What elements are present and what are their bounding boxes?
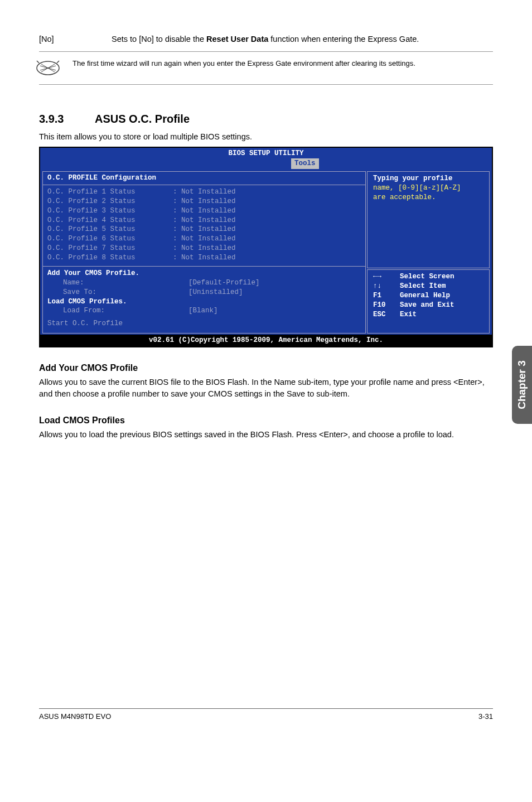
profile-label: O.C. Profile 3 Status — [47, 206, 173, 216]
profile-row: O.C. Profile 6 Status: Not Installed — [47, 234, 361, 244]
help-header: Typing your profile — [373, 174, 485, 183]
info-box: The first time wizard will run again whe… — [39, 51, 493, 85]
load-value: [Blank] — [188, 306, 218, 316]
key-row: ←→Select Screen — [373, 272, 485, 282]
profile-label: O.C. Profile 4 Status — [47, 216, 173, 225]
help-line: name, [0-9][a-z][A-Z] — [373, 183, 485, 193]
chapter-tab-label: Chapter 3 — [516, 360, 528, 409]
key-d: General Help — [400, 291, 450, 301]
profile-label: O.C. Profile 8 Status — [47, 253, 173, 263]
profile-label: O.C. Profile 6 Status — [47, 234, 173, 244]
save-label: Save To: — [47, 288, 188, 297]
key-k: ESC — [373, 310, 400, 320]
key-row: ↑↓Select Item — [373, 282, 485, 291]
section-title: ASUS O.C. Profile — [95, 113, 190, 125]
config-title: O.C. PROFILE Configuration — [43, 173, 365, 185]
page-footer: ASUS M4N98TD EVO 3-31 — [39, 708, 493, 732]
footer-left: ASUS M4N98TD EVO — [39, 712, 111, 721]
tab-tools[interactable]: Tools — [291, 158, 319, 169]
load-row[interactable]: Load From:[Blank] — [47, 306, 361, 316]
section-heading: 3.9.3ASUS O.C. Profile — [39, 113, 493, 125]
section-number: 3.9.3 — [39, 113, 95, 125]
key-k: ←→ — [373, 272, 400, 282]
key-k: F1 — [373, 291, 400, 301]
chapter-tab: Chapter 3 — [512, 346, 532, 424]
bios-title: BIOS SETUP UTILITY — [40, 148, 492, 158]
key-d: Save and Exit — [400, 301, 454, 310]
profile-value: : Not Installed — [173, 187, 236, 197]
profile-label: O.C. Profile 5 Status — [47, 225, 173, 234]
top-note-bold: Reset User Data — [206, 35, 268, 44]
profile-row: O.C. Profile 3 Status: Not Installed — [47, 206, 361, 216]
profile-value: : Not Installed — [173, 206, 236, 216]
top-note-after: function when entering the Express Gate. — [268, 35, 419, 44]
profile-label: O.C. Profile 7 Status — [47, 244, 173, 253]
profile-row: O.C. Profile 1 Status: Not Installed — [47, 187, 361, 197]
profile-value: : Not Installed — [173, 216, 236, 225]
bios-window: BIOS SETUP UTILITY Tools O.C. PROFILE Co… — [39, 147, 493, 347]
save-value: [Uninstalled] — [188, 288, 243, 297]
bios-copyright: v02.61 (C)Copyright 1985-2009, American … — [40, 335, 492, 346]
intro-text: This item allows you to store or load mu… — [39, 132, 493, 141]
profile-value: : Not Installed — [173, 197, 236, 206]
key-k: F10 — [373, 301, 400, 310]
start-profile[interactable]: Start O.C. Profile — [47, 319, 361, 328]
profile-row: O.C. Profile 7 Status: Not Installed — [47, 244, 361, 253]
bios-tab-bar: Tools — [40, 158, 492, 170]
info-text: The first time wizard will run again whe… — [72, 57, 415, 69]
top-note-text: Sets to [No] to disable the Reset User D… — [112, 33, 493, 45]
top-note-before: Sets to [No] to disable the — [112, 35, 206, 44]
profile-label: O.C. Profile 1 Status — [47, 187, 173, 197]
profile-row: O.C. Profile 4 Status: Not Installed — [47, 216, 361, 225]
key-k: ↑↓ — [373, 282, 400, 291]
load-label: Load From: — [47, 306, 188, 316]
key-row: ESCExit — [373, 310, 485, 320]
name-row[interactable]: Name:[Default-Profile] — [47, 278, 361, 288]
profile-row: O.C. Profile 8 Status: Not Installed — [47, 253, 361, 263]
subhead-add-profile: Add Your CMOS Profile — [39, 363, 493, 373]
save-row[interactable]: Save To:[Uninstalled] — [47, 288, 361, 297]
profile-value: : Not Installed — [173, 234, 236, 244]
add-profile-title: Add Your CMOS Profile. — [47, 269, 361, 278]
key-d: Select Screen — [400, 272, 454, 282]
name-value: [Default-Profile] — [188, 278, 260, 288]
top-note-label: [No] — [39, 33, 112, 45]
profile-value: : Not Installed — [173, 253, 236, 263]
body-load-profiles: Allows you to load the previous BIOS set… — [39, 429, 493, 441]
profile-value: : Not Installed — [173, 225, 236, 234]
key-d: Select Item — [400, 282, 446, 291]
load-profiles-title: Load CMOS Profiles. — [47, 297, 361, 307]
bios-key-pane: ←→Select Screen ↑↓Select Item F1General … — [367, 269, 490, 334]
key-d: Exit — [400, 310, 417, 320]
key-row: F1General Help — [373, 291, 485, 301]
top-note: [No] Sets to [No] to disable the Reset U… — [39, 33, 493, 45]
body-add-profile: Allows you to save the current BIOS file… — [39, 376, 493, 400]
note-icon — [36, 57, 60, 79]
profile-row: O.C. Profile 5 Status: Not Installed — [47, 225, 361, 234]
profile-value: : Not Installed — [173, 244, 236, 253]
help-line: are acceptable. — [373, 193, 485, 202]
profile-label: O.C. Profile 2 Status — [47, 197, 173, 206]
bios-help-pane: Typing your profile name, [0-9][a-z][A-Z… — [367, 171, 490, 268]
bios-left-pane: O.C. PROFILE Configuration O.C. Profile … — [42, 171, 366, 334]
key-row: F10Save and Exit — [373, 301, 485, 310]
name-label: Name: — [47, 278, 188, 288]
footer-right: 3-31 — [478, 712, 493, 721]
subhead-load-profiles: Load CMOS Profiles — [39, 416, 493, 426]
profile-row: O.C. Profile 2 Status: Not Installed — [47, 197, 361, 206]
